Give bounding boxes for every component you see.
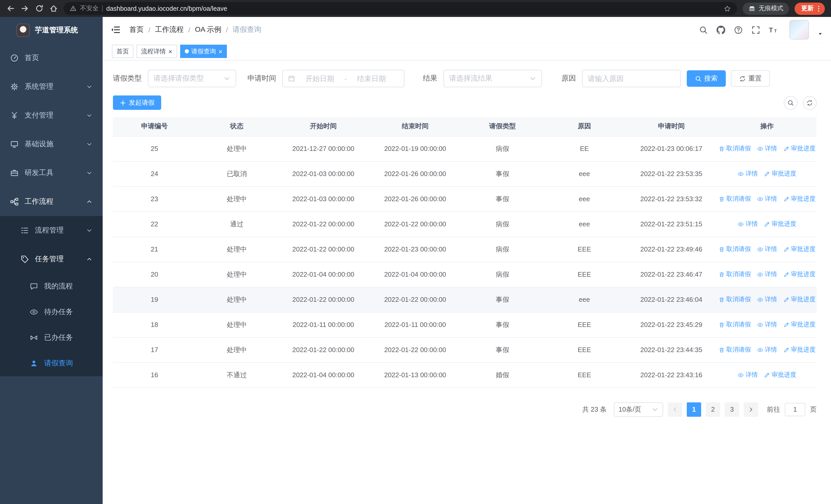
progress-link[interactable]: 审批进度 [783, 270, 815, 279]
detail-link[interactable]: 详情 [757, 320, 777, 329]
progress-link[interactable]: 审批进度 [783, 144, 815, 153]
fullscreen-icon[interactable] [751, 25, 760, 34]
user-menu-caret-icon[interactable] [818, 31, 823, 36]
cell-actions: 取消请假详情审批进度 [717, 186, 816, 211]
sidebar-item[interactable]: 基础设施 [0, 130, 103, 158]
progress-link[interactable]: 审批进度 [783, 320, 815, 329]
refresh-table-button[interactable] [803, 96, 816, 110]
header-bar: 首页/工作流程/OA 示例/请假查询 TT [103, 17, 831, 42]
detail-link[interactable]: 详情 [757, 195, 777, 203]
active-dot [184, 49, 189, 53]
cell-reason: EEE [544, 337, 625, 362]
trash-icon [719, 271, 725, 277]
progress-link[interactable]: 审批进度 [764, 370, 796, 379]
trash-icon [719, 322, 725, 328]
detail-link[interactable]: 详情 [738, 370, 758, 379]
toggle-search-button[interactable] [784, 96, 798, 110]
cancel-leave-link[interactable]: 取消请假 [719, 295, 751, 304]
cell-reason: eee [544, 186, 625, 211]
cancel-leave-link[interactable]: 取消请假 [719, 320, 751, 329]
tab-2[interactable]: 请假查询× [180, 45, 227, 58]
breadcrumb-item[interactable]: 工作流程 [155, 25, 184, 34]
forward-icon[interactable] [21, 4, 29, 13]
cancel-leave-link[interactable]: 取消请假 [719, 270, 751, 279]
progress-link[interactable]: 审批进度 [764, 220, 796, 228]
detail-link[interactable]: 详情 [738, 169, 758, 178]
sidebar-item[interactable]: 系统管理 [0, 72, 103, 101]
cell-end: 2022-01-13 00:00:00 [369, 362, 461, 387]
address-bar[interactable]: 不安全 dashboard.yudao.iocoder.cn/bpm/oa/le… [64, 2, 737, 15]
bookmark-star-icon[interactable] [724, 5, 731, 12]
page-number-button[interactable]: 1 [687, 402, 701, 416]
font-size-icon[interactable]: TT [769, 25, 778, 34]
search-icon[interactable] [699, 25, 708, 34]
security-label[interactable]: 不安全 [80, 4, 98, 13]
detail-link[interactable]: 详情 [757, 295, 777, 304]
collapse-sidebar-icon[interactable] [111, 25, 120, 34]
sidebar-item[interactable]: 流程管理 [0, 216, 103, 245]
plus-icon [120, 99, 126, 106]
progress-link[interactable]: 审批进度 [783, 346, 815, 354]
breadcrumb-item[interactable]: OA 示例 [195, 25, 222, 34]
progress-link[interactable]: 审批进度 [764, 169, 796, 178]
cell-apply_time: 2022-01-22 23:53:32 [625, 186, 717, 211]
reason-input-wrap[interactable] [582, 70, 681, 87]
page-size-select[interactable]: 10条/页 [614, 402, 663, 416]
sidebar-item[interactable]: 任务管理 [0, 245, 103, 273]
help-icon[interactable] [734, 25, 743, 34]
detail-link[interactable]: 详情 [757, 144, 777, 153]
cancel-leave-link[interactable]: 取消请假 [719, 245, 751, 254]
cancel-leave-link[interactable]: 取消请假 [719, 144, 751, 153]
end-date-input[interactable] [350, 75, 393, 83]
sidebar-item[interactable]: 待办任务 [0, 299, 103, 325]
back-icon[interactable] [6, 4, 15, 13]
sidebar-item[interactable]: 研发工具 [0, 158, 103, 187]
reason-input[interactable] [588, 75, 675, 83]
close-icon[interactable]: × [168, 48, 172, 55]
app-logo[interactable]: 芋道管理系统 [0, 17, 103, 43]
goto-page-input[interactable] [785, 403, 805, 416]
cell-status: 已取消 [196, 161, 278, 186]
tab-0[interactable]: 首页 [112, 45, 134, 58]
tab-1[interactable]: 流程详情× [137, 45, 177, 58]
breadcrumb-item[interactable]: 首页 [130, 25, 144, 34]
sidebar-item[interactable]: 我的流程 [0, 273, 103, 299]
sidebar-item[interactable]: 工作流程 [0, 187, 103, 216]
menu-kebab-icon[interactable] [815, 5, 822, 12]
start-date-input[interactable] [298, 75, 341, 83]
sidebar-item[interactable]: 请假查询 [0, 351, 103, 376]
sidebar-item[interactable]: 已办任务 [0, 325, 103, 351]
trash-icon [719, 146, 725, 152]
github-icon[interactable] [717, 25, 725, 34]
detail-link[interactable]: 详情 [757, 346, 777, 354]
progress-link[interactable]: 审批进度 [783, 245, 815, 254]
tools-icon [10, 169, 19, 177]
table-row: 22通过2022-01-22 00:00:002022-01-22 00:00:… [113, 211, 816, 237]
cancel-leave-link[interactable]: 取消请假 [719, 346, 751, 354]
sidebar-item[interactable]: 支付管理 [0, 101, 103, 130]
page-number-button[interactable]: 2 [706, 402, 720, 416]
prev-page-button[interactable] [668, 402, 682, 416]
progress-link[interactable]: 审批进度 [783, 295, 815, 304]
tab-label: 首页 [116, 47, 129, 56]
apply-time-range-picker[interactable]: - [282, 70, 404, 87]
home-icon[interactable] [49, 4, 58, 13]
cancel-leave-link[interactable]: 取消请假 [719, 195, 751, 203]
reload-icon[interactable] [35, 4, 44, 13]
next-page-button[interactable] [744, 402, 758, 416]
progress-link[interactable]: 审批进度 [783, 195, 815, 203]
detail-link[interactable]: 详情 [757, 245, 777, 254]
close-icon[interactable]: × [219, 48, 222, 55]
reset-button[interactable]: 重置 [731, 70, 770, 87]
create-leave-button[interactable]: 发起请假 [113, 95, 161, 110]
page-number-button[interactable]: 3 [725, 402, 739, 416]
detail-link[interactable]: 详情 [757, 270, 777, 279]
detail-link[interactable]: 详情 [738, 220, 758, 228]
search-button[interactable]: 搜索 [687, 70, 726, 87]
leave-type-select[interactable]: 请选择请假类型 [148, 70, 236, 87]
url-text[interactable]: dashboard.yudao.iocoder.cn/bpm/oa/leave [106, 5, 720, 12]
update-button[interactable]: 更新 [795, 2, 825, 14]
result-select[interactable]: 请选择流结果 [443, 70, 542, 87]
avatar[interactable] [790, 20, 809, 39]
sidebar-item[interactable]: 首页 [0, 43, 103, 72]
